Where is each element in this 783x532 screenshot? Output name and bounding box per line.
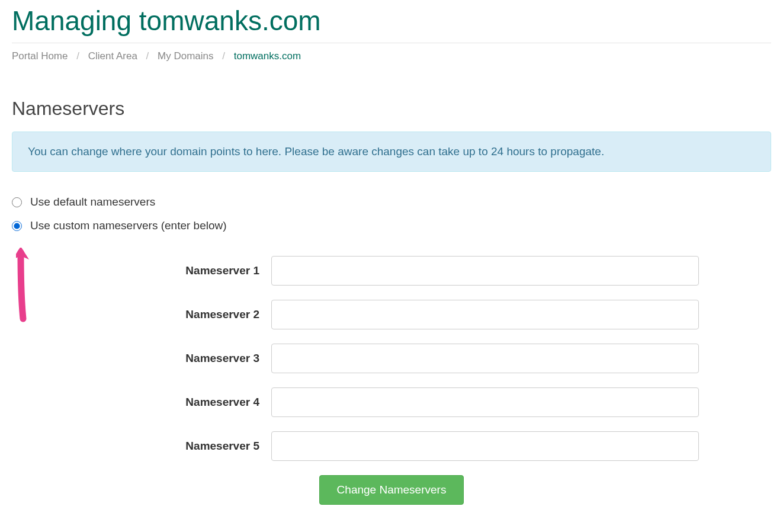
nameserver-fields: Nameserver 1 Nameserver 2 Nameserver 3 N… <box>12 256 771 461</box>
breadcrumb-portal-home[interactable]: Portal Home <box>12 50 68 62</box>
breadcrumb-separator: / <box>222 50 225 62</box>
nameserver-row-5: Nameserver 5 <box>12 431 771 461</box>
nameserver-row-4: Nameserver 4 <box>12 387 771 417</box>
nameserver-label-1: Nameserver 1 <box>12 264 271 277</box>
nameserver-label-4: Nameserver 4 <box>12 396 271 409</box>
radio-default-nameservers[interactable]: Use default nameservers <box>12 196 771 209</box>
nameserver-input-4[interactable] <box>271 387 699 417</box>
breadcrumb-current: tomwanks.com <box>234 50 301 62</box>
breadcrumb: Portal Home / Client Area / My Domains /… <box>12 50 771 62</box>
breadcrumb-separator: / <box>76 50 79 62</box>
nameserver-mode-group: Use default nameservers Use custom names… <box>12 196 771 232</box>
page-title: Managing tomwanks.com <box>12 5 771 43</box>
nameserver-row-1: Nameserver 1 <box>12 256 771 286</box>
nameserver-label-5: Nameserver 5 <box>12 440 271 453</box>
breadcrumb-separator: / <box>146 50 149 62</box>
breadcrumb-client-area[interactable]: Client Area <box>88 50 137 62</box>
nameserver-input-1[interactable] <box>271 256 699 286</box>
nameserver-row-2: Nameserver 2 <box>12 300 771 329</box>
breadcrumb-my-domains[interactable]: My Domains <box>158 50 213 62</box>
nameserver-input-5[interactable] <box>271 431 699 461</box>
change-nameservers-button[interactable]: Change Nameservers <box>319 475 464 505</box>
nameserver-label-2: Nameserver 2 <box>12 308 271 321</box>
radio-custom-label: Use custom nameservers (enter below) <box>30 219 227 232</box>
radio-custom-nameservers[interactable]: Use custom nameservers (enter below) <box>12 219 771 232</box>
radio-default-label: Use default nameservers <box>30 196 155 209</box>
section-title-nameservers: Nameservers <box>12 98 771 120</box>
radio-default-input[interactable] <box>12 197 22 207</box>
nameserver-row-3: Nameserver 3 <box>12 344 771 373</box>
info-alert: You can change where your domain points … <box>12 132 771 172</box>
radio-custom-input[interactable] <box>12 221 22 231</box>
form-actions: Change Nameservers <box>12 475 771 505</box>
nameserver-input-2[interactable] <box>271 300 699 329</box>
nameserver-input-3[interactable] <box>271 344 699 373</box>
nameserver-label-3: Nameserver 3 <box>12 352 271 365</box>
